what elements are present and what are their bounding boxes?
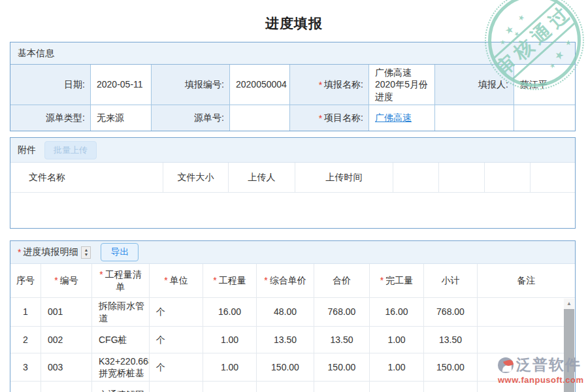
col-uploader: 上传人 <box>229 163 295 193</box>
export-button[interactable]: 导出 <box>101 243 139 261</box>
report-name-label: *填报名称: <box>289 65 368 105</box>
basic-info-header: 基本信息 <box>10 42 575 65</box>
cell-seq <box>10 382 41 392</box>
col-subtotal: 小计 <box>424 264 478 298</box>
cell-done: 1.00 <box>370 353 424 382</box>
detail-header-bar: * 进度填报明细 ▲ ▼ 导出 <box>10 241 575 264</box>
col-remark: 备注 <box>478 264 575 298</box>
cell-item: K32+220.668拼宽桥桩基 <box>92 353 150 382</box>
cell-price: 48.00 <box>257 298 314 327</box>
attachments-empty-body <box>10 193 575 228</box>
required-asterisk: * <box>54 274 57 286</box>
col-file-name: 文件名称 <box>10 163 163 193</box>
col-unit: *单位 <box>150 264 203 298</box>
cell-remark <box>478 327 564 353</box>
empty-cell <box>434 105 514 131</box>
cell-done: 1.00 <box>370 327 424 353</box>
cell-done <box>370 382 424 392</box>
cell-code <box>41 382 92 392</box>
batch-upload-button[interactable]: 批量上传 <box>44 141 97 159</box>
col-price: *综合单价 <box>257 264 314 298</box>
col-total: 合价 <box>314 264 370 298</box>
cell-price <box>257 382 314 392</box>
col-empty <box>485 163 531 193</box>
cell-qty: 16.00 <box>203 298 257 327</box>
vertical-scrollbar[interactable]: ▲ <box>564 299 574 392</box>
col-qty: *工程量 <box>203 264 257 298</box>
required-asterisk: * <box>213 274 216 286</box>
col-empty <box>531 163 575 193</box>
table-row: 2 002 CFG桩 个 1.00 13.50 13.50 1.00 13.50 <box>10 327 564 353</box>
col-code: *编号 <box>41 264 92 298</box>
cell-total: 768.00 <box>314 298 370 327</box>
scrollbar-thumb[interactable] <box>564 309 574 392</box>
cell-subtotal: 150.00 <box>424 353 478 382</box>
filler-value: 蔡江平 <box>514 65 575 105</box>
cell-seq: 3 <box>10 353 41 382</box>
cell-qty <box>203 382 257 392</box>
cell-unit <box>150 382 203 392</box>
empty-cell <box>514 105 575 131</box>
date-label: 日期: <box>10 65 90 105</box>
table-row: 交通疏解围 <box>10 382 564 392</box>
source-no-value <box>229 105 289 131</box>
col-upload-time: 上传时间 <box>295 163 393 193</box>
required-asterisk: * <box>380 274 384 286</box>
detail-body: 1 001 拆除雨水管道 个 16.00 48.00 768.00 16.00 … <box>10 298 564 392</box>
attachments-column-header: 文件名称 文件大小 上传人 上传时间 <box>10 162 575 193</box>
spinner-down-icon: ▼ <box>84 252 88 257</box>
report-name-value: 广佛高速2020年5月份进度 <box>368 65 434 105</box>
required-asterisk: * <box>319 113 322 123</box>
col-done: *完工量 <box>370 264 424 298</box>
cell-subtotal: 768.00 <box>424 298 478 327</box>
required-asterisk: * <box>319 80 322 90</box>
report-no-label: 填报编号: <box>151 65 229 105</box>
table-row: 1 001 拆除雨水管道 个 16.00 48.00 768.00 16.00 … <box>10 298 564 327</box>
table-row: 3 003 K32+220.668拼宽桥桩基 个 1.00 150.00 150… <box>10 353 564 382</box>
project-name-label: *项目名称: <box>289 105 368 131</box>
basic-info-section: 基本信息 日期: 2020-05-11 填报编号: 2020050004 *填报… <box>10 42 576 131</box>
col-seq: 序号 <box>10 264 41 298</box>
detail-title: 进度填报明细 <box>23 246 78 258</box>
cell-total: 150.00 <box>314 353 370 382</box>
cell-remark <box>478 298 564 327</box>
filler-label: 填报人: <box>434 65 514 105</box>
cell-price: 13.50 <box>257 327 314 353</box>
page-title: 进度填报 <box>0 14 588 33</box>
cell-remark <box>478 353 564 382</box>
date-value: 2020-05-11 <box>90 65 151 105</box>
spinner-up-icon: ▲ <box>84 248 88 252</box>
cell-subtotal: 13.50 <box>424 327 478 353</box>
source-no-label: 源单号: <box>151 105 229 131</box>
col-file-size: 文件大小 <box>163 163 229 193</box>
cell-total <box>314 382 370 392</box>
cell-qty: 1.00 <box>203 353 257 382</box>
col-item: *工程量清单 <box>92 264 150 298</box>
cell-subtotal <box>424 382 478 392</box>
source-type-value: 无来源 <box>90 105 151 131</box>
cell-code: 001 <box>41 298 92 327</box>
basic-info-grid: 日期: 2020-05-11 填报编号: 2020050004 *填报名称: 广… <box>10 65 575 131</box>
cell-item: CFG桩 <box>92 327 150 353</box>
report-no-value: 2020050004 <box>229 65 289 105</box>
cell-code: 002 <box>41 327 92 353</box>
detail-column-header: 序号 *编号 *工程量清单 *单位 *工程量 *综合单价 合价 *完工量 小计 … <box>10 264 575 298</box>
required-asterisk: * <box>18 247 21 257</box>
source-type-label: 源单类型: <box>10 105 90 131</box>
project-link[interactable]: 广佛高速 <box>375 112 412 123</box>
required-asterisk: * <box>99 269 103 280</box>
col-empty <box>393 163 439 193</box>
project-name-value: 广佛高速 <box>368 105 434 131</box>
sort-spinner[interactable]: ▲ ▼ <box>81 246 91 259</box>
cell-qty: 1.00 <box>203 327 257 353</box>
detail-section: * 进度填报明细 ▲ ▼ 导出 序号 *编号 *工程量清单 *单位 *工程量 *… <box>10 240 576 392</box>
cell-seq: 2 <box>10 327 41 353</box>
cell-total: 13.50 <box>314 327 370 353</box>
attachments-title: 附件 <box>18 144 36 156</box>
cell-item: 交通疏解围 <box>92 382 150 392</box>
cell-item: 拆除雨水管道 <box>92 298 150 327</box>
attachments-header: 附件 批量上传 <box>10 138 575 162</box>
attachments-section: 附件 批量上传 文件名称 文件大小 上传人 上传时间 <box>10 137 576 229</box>
cell-code: 003 <box>41 353 92 382</box>
scroll-up-button[interactable]: ▲ <box>564 299 574 309</box>
